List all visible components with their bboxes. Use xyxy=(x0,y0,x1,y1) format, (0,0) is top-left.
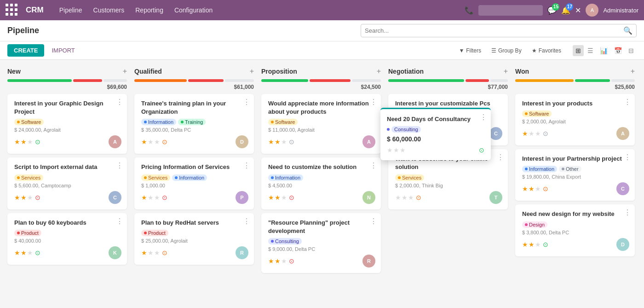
popup-star-3[interactable]: ★ xyxy=(400,146,406,154)
star-2[interactable]: ★ xyxy=(148,194,154,201)
card-menu-w2[interactable]: ⋮ xyxy=(624,153,631,162)
star-1[interactable]: ★ xyxy=(14,249,20,256)
nav-configuration[interactable]: Configuration xyxy=(170,5,217,16)
search-button[interactable]: 🔍 xyxy=(623,26,632,35)
star-2[interactable]: ★ xyxy=(21,249,27,256)
star-3[interactable]: ★ xyxy=(27,138,33,145)
card-w3[interactable]: Need new design for my website Design $ … xyxy=(515,204,635,256)
star-1[interactable]: ★ xyxy=(522,241,528,248)
star-1[interactable]: ★ xyxy=(268,194,274,201)
star-1[interactable]: ★ xyxy=(141,194,147,201)
col-add-card-won[interactable]: + xyxy=(631,67,635,76)
card-menu-p3[interactable]: ⋮ xyxy=(370,217,377,226)
nav-pipeline[interactable]: Pipeline xyxy=(55,5,87,16)
favorites-button[interactable]: ★ Favorites xyxy=(528,45,565,56)
star-1[interactable]: ★ xyxy=(522,185,528,192)
star-1[interactable]: ★ xyxy=(141,138,147,145)
star-2[interactable]: ★ xyxy=(275,138,281,145)
popup-star-1[interactable]: ★ xyxy=(387,146,393,154)
col-add-card-proposition[interactable]: + xyxy=(377,67,381,76)
main-search-input[interactable] xyxy=(365,27,621,34)
star-1[interactable]: ★ xyxy=(141,249,147,256)
col-add-card-new[interactable]: + xyxy=(123,67,127,76)
user-name[interactable]: Administrator xyxy=(603,7,638,14)
star-2[interactable]: ★ xyxy=(402,194,408,201)
star-3[interactable]: ★ xyxy=(535,185,541,192)
star-3[interactable]: ★ xyxy=(281,138,287,145)
card-q2[interactable]: Pricing Information of Services Services… xyxy=(134,157,254,209)
card-n3[interactable]: Plan to buy 60 keyboards Product $ 40,00… xyxy=(7,213,127,265)
list-view-button[interactable]: ☰ xyxy=(585,45,596,56)
nav-reporting[interactable]: Reporting xyxy=(131,5,168,16)
card-menu-w1[interactable]: ⋮ xyxy=(624,98,631,106)
star-1[interactable]: ★ xyxy=(268,138,274,145)
chart-view-button[interactable]: 📊 xyxy=(597,45,610,56)
card-p3[interactable]: "Resource Planning" project development … xyxy=(261,213,381,273)
card-n1[interactable]: Interest in your Graphic Design Project … xyxy=(7,94,127,154)
apps-menu-icon[interactable] xyxy=(6,4,18,17)
star-2[interactable]: ★ xyxy=(529,130,535,137)
card-menu-q3[interactable]: ⋮ xyxy=(243,217,250,226)
star-1[interactable]: ★ xyxy=(395,194,401,201)
card-p2[interactable]: Need to customize the solution Informati… xyxy=(261,157,381,209)
star-1[interactable]: ★ xyxy=(268,257,274,265)
card-menu-n2[interactable]: ⋮ xyxy=(116,161,123,170)
user-avatar[interactable]: A xyxy=(586,4,598,17)
card-menu-q1[interactable]: ⋮ xyxy=(243,98,250,106)
add-column-button[interactable]: Add new Column xyxy=(642,67,644,116)
star-3[interactable]: ★ xyxy=(535,241,541,248)
card-menu-n1[interactable]: ⋮ xyxy=(116,98,123,106)
star-2[interactable]: ★ xyxy=(148,249,154,256)
card-menu-q2[interactable]: ⋮ xyxy=(243,161,250,170)
card-menu-n3[interactable]: ⋮ xyxy=(116,217,123,226)
close-icon[interactable]: ✕ xyxy=(575,6,581,15)
card-q3[interactable]: Plan to buy RedHat servers Product $ 25,… xyxy=(134,213,254,265)
card-menu-p2[interactable]: ⋮ xyxy=(370,161,377,170)
card-menu-neg2[interactable]: ⋮ xyxy=(497,153,504,162)
star-1[interactable]: ★ xyxy=(522,130,528,137)
phone-icon[interactable]: 📞 xyxy=(465,6,474,15)
create-button[interactable]: CREATE xyxy=(7,44,44,57)
star-2[interactable]: ★ xyxy=(529,241,535,248)
star-3[interactable]: ★ xyxy=(281,194,287,201)
card-menu-w3[interactable]: ⋮ xyxy=(624,208,631,217)
grid-view-button[interactable]: ⊟ xyxy=(626,45,637,56)
card-p1[interactable]: Would appreciate more information about … xyxy=(261,94,381,154)
col-add-card-negotiation[interactable]: + xyxy=(504,67,508,76)
star-3[interactable]: ★ xyxy=(408,194,414,201)
col-add-card-qualified[interactable]: + xyxy=(250,67,254,76)
notifications-badge[interactable]: 🔔 17 xyxy=(561,6,570,15)
topnav-search-input[interactable] xyxy=(478,5,543,16)
star-2[interactable]: ★ xyxy=(148,138,154,145)
star-3[interactable]: ★ xyxy=(27,249,33,256)
card-menu-p1[interactable]: ⋮ xyxy=(370,98,377,106)
card-w2[interactable]: Interest in your Partnership project Inf… xyxy=(515,149,635,201)
star-3[interactable]: ★ xyxy=(27,194,33,201)
star-3[interactable]: ★ xyxy=(281,257,287,265)
star-2[interactable]: ★ xyxy=(529,185,535,192)
stars-n1: ★★★ xyxy=(14,138,33,145)
star-3[interactable]: ★ xyxy=(535,130,541,137)
card-neg1[interactable]: Interest in your customizable Pcs Produc… xyxy=(388,94,508,145)
calendar-view-button[interactable]: 📅 xyxy=(611,45,625,56)
star-3[interactable]: ★ xyxy=(154,194,160,201)
star-1[interactable]: ★ xyxy=(14,138,20,145)
star-2[interactable]: ★ xyxy=(275,194,281,201)
star-2[interactable]: ★ xyxy=(21,138,27,145)
popup-star-2[interactable]: ★ xyxy=(393,146,399,154)
card-n2[interactable]: Script to Import external data Services … xyxy=(7,157,127,209)
star-2[interactable]: ★ xyxy=(21,194,27,201)
messages-badge[interactable]: 💬 15 xyxy=(547,6,557,15)
star-3[interactable]: ★ xyxy=(154,249,160,256)
group-by-button[interactable]: ☰ Group By xyxy=(487,45,526,56)
star-1[interactable]: ★ xyxy=(14,194,20,201)
card-w1[interactable]: Interest in your products Software $ 2,0… xyxy=(515,94,635,145)
kanban-view-button[interactable]: ⊞ xyxy=(573,45,584,56)
popup-menu-icon[interactable]: ⋮ xyxy=(480,113,487,122)
nav-customers[interactable]: Customers xyxy=(89,5,129,16)
star-2[interactable]: ★ xyxy=(275,257,281,265)
star-3[interactable]: ★ xyxy=(154,138,160,145)
filters-button[interactable]: ▼ Filters xyxy=(454,45,485,56)
card-q1[interactable]: Trainee's training plan in your Organiza… xyxy=(134,94,254,154)
import-button[interactable]: IMPORT xyxy=(48,44,78,57)
